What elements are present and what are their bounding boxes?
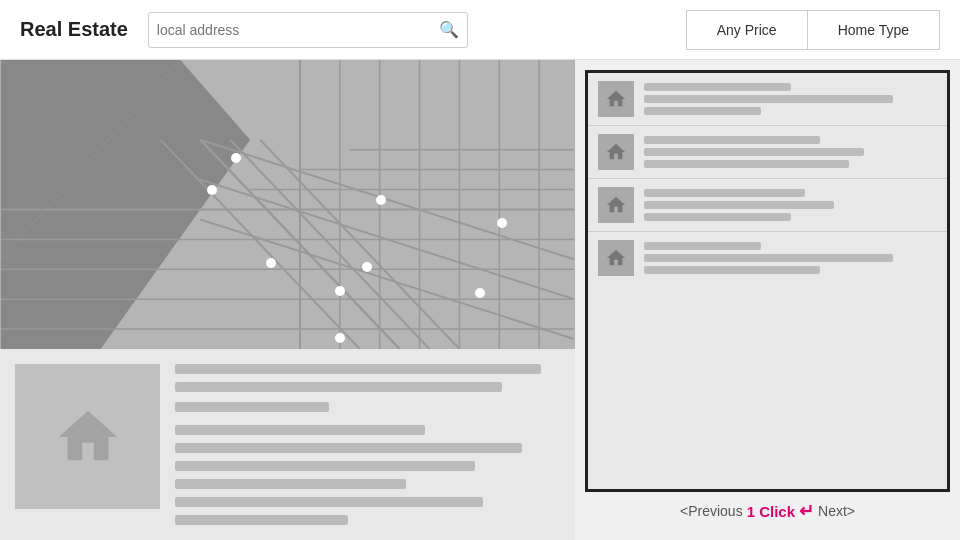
detail-line [175, 461, 475, 471]
search-input[interactable] [157, 22, 439, 38]
current-page-label: 1 Click [747, 503, 795, 520]
listing-text [644, 83, 937, 115]
map-pin[interactable] [376, 195, 386, 205]
filter-buttons: Any Price Home Type [686, 10, 940, 50]
listing-text [644, 189, 937, 221]
listings-panel [585, 70, 950, 492]
map-pin[interactable] [335, 333, 345, 343]
search-button[interactable]: 🔍 [439, 20, 459, 39]
listing-line [644, 242, 761, 250]
main-content: <Previous 1 Click ↵ Next> [0, 60, 960, 540]
list-item[interactable] [588, 179, 947, 232]
map-container[interactable] [0, 60, 575, 349]
home-icon [605, 88, 627, 110]
map-pin[interactable] [207, 185, 217, 195]
listing-line [644, 95, 893, 103]
listing-line [644, 148, 864, 156]
map-pin[interactable] [497, 218, 507, 228]
map-pin[interactable] [362, 262, 372, 272]
home-icon [605, 247, 627, 269]
detail-line [175, 515, 348, 525]
listing-icon [598, 134, 634, 170]
listing-line [644, 136, 820, 144]
list-item[interactable] [588, 126, 947, 179]
listing-icon [598, 81, 634, 117]
detail-line [175, 364, 541, 374]
detail-line [175, 382, 502, 392]
current-page: 1 Click ↵ [747, 500, 814, 522]
next-button[interactable]: Next> [818, 503, 855, 519]
map-pin[interactable] [266, 258, 276, 268]
listing-line [644, 83, 791, 91]
map-pin[interactable] [231, 153, 241, 163]
listing-text [644, 242, 937, 274]
map-pin[interactable] [335, 286, 345, 296]
detail-line [175, 402, 329, 412]
listing-line [644, 266, 820, 274]
listing-line [644, 201, 834, 209]
map-svg [0, 60, 575, 349]
pagination: <Previous 1 Click ↵ Next> [585, 492, 950, 530]
listing-line [644, 254, 893, 262]
detail-line [175, 443, 522, 453]
property-detail [0, 349, 575, 540]
search-bar: 🔍 [148, 12, 468, 48]
header: Real Estate 🔍 Any Price Home Type [0, 0, 960, 60]
listing-line [644, 160, 849, 168]
previous-button[interactable]: <Previous [680, 503, 743, 519]
price-filter-button[interactable]: Any Price [686, 10, 807, 50]
property-info [175, 364, 560, 525]
home-icon [605, 194, 627, 216]
left-column [0, 60, 575, 540]
listing-icon [598, 187, 634, 223]
page-arrow: ↵ [799, 500, 814, 522]
list-item[interactable] [588, 232, 947, 284]
property-thumbnail [15, 364, 160, 509]
app-title: Real Estate [20, 18, 128, 41]
home-type-filter-button[interactable]: Home Type [807, 10, 940, 50]
detail-line [175, 497, 483, 507]
detail-line [175, 425, 425, 435]
map-pin[interactable] [475, 288, 485, 298]
home-icon [53, 402, 123, 472]
listing-line [644, 189, 805, 197]
right-column: <Previous 1 Click ↵ Next> [575, 60, 960, 540]
listing-text [644, 136, 937, 168]
listing-line [644, 213, 791, 221]
listing-icon [598, 240, 634, 276]
home-icon [605, 141, 627, 163]
listing-line [644, 107, 761, 115]
list-item[interactable] [588, 73, 947, 126]
detail-line [175, 479, 406, 489]
